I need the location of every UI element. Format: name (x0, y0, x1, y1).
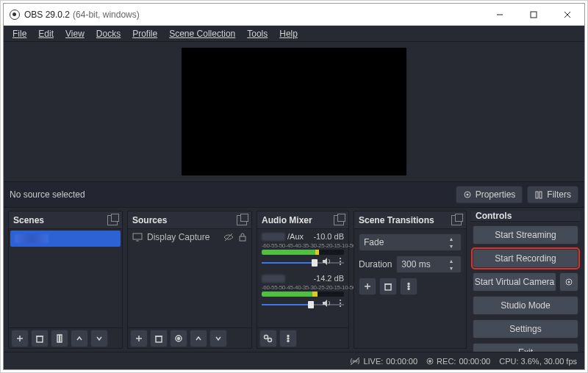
menu-view[interactable]: View (61, 28, 89, 40)
mixer-menu-button[interactable] (279, 330, 297, 347)
scene-move-up-button[interactable] (71, 330, 88, 347)
mixer-meter (262, 291, 344, 297)
visibility-off-icon[interactable] (223, 233, 234, 242)
source-properties-button[interactable] (170, 330, 187, 347)
svg-point-45 (568, 281, 570, 283)
source-toolbar: No source selected Properties Filters (4, 181, 584, 208)
svg-point-36 (287, 340, 289, 341)
preview-area (4, 42, 584, 181)
minimize-button[interactable] (483, 4, 517, 26)
close-button[interactable] (551, 4, 584, 26)
mixer-meter (262, 250, 344, 255)
cpu-status: CPU: 3.6%, 30.00 fps (499, 357, 577, 366)
svg-rect-12 (57, 335, 60, 342)
menu-file[interactable]: File (8, 28, 31, 40)
scene-add-button[interactable] (11, 330, 29, 347)
dock-panels: Scenes Sources Display (4, 208, 584, 352)
source-move-down-button[interactable] (209, 330, 227, 347)
mixer-volume-slider[interactable] (262, 300, 344, 310)
svg-rect-1 (531, 12, 537, 18)
maximize-button[interactable] (517, 4, 551, 26)
menu-help[interactable]: Help (275, 28, 302, 40)
dock-popout-icon[interactable] (334, 215, 344, 225)
scene-item-selected[interactable] (10, 231, 121, 247)
svg-point-29 (340, 300, 341, 301)
properties-label: Properties (476, 189, 516, 200)
window-title: OBS 29.0.2 (24, 10, 70, 20)
status-bar: LIVE: 00:00:00 REC: 00:00:00 CPU: 3.6%, … (4, 352, 584, 369)
mixer-track: -14.2 dB-60-55-50-45-40-35-30-25-20-15-1… (257, 271, 348, 313)
svg-point-23 (178, 337, 180, 339)
studio-mode-button[interactable]: Studio Mode (473, 296, 578, 315)
mixer-volume-slider[interactable] (262, 258, 344, 268)
source-move-up-button[interactable] (190, 330, 207, 347)
start-virtual-camera-button[interactable]: Start Virtual Camera (473, 272, 556, 291)
menu-docks[interactable]: Docks (92, 28, 125, 40)
record-icon (426, 358, 434, 365)
scene-remove-button[interactable] (31, 330, 49, 347)
mixer-scale: -60-55-50-45-40-35-30-25-20-15-10-50 (262, 284, 344, 291)
start-streaming-button[interactable]: Start Streaming (473, 225, 578, 245)
sources-title: Sources (132, 215, 167, 225)
svg-rect-14 (133, 233, 142, 239)
mixer-advanced-button[interactable] (259, 330, 277, 347)
source-remove-button[interactable] (150, 330, 168, 347)
svg-point-32 (265, 335, 268, 338)
svg-marker-28 (323, 300, 327, 307)
duration-label: Duration (359, 259, 392, 269)
svg-point-25 (340, 258, 341, 259)
speaker-icon[interactable] (322, 299, 332, 308)
svg-marker-24 (323, 258, 327, 265)
filters-icon (534, 190, 543, 199)
dock-popout-icon[interactable] (107, 215, 118, 225)
svg-point-27 (340, 264, 341, 265)
menu-bar: File Edit View Docks Profile Scene Colle… (4, 26, 584, 42)
scene-name-blurred (15, 234, 49, 243)
mixer-track-db: -14.2 dB (313, 274, 344, 283)
svg-rect-7 (539, 192, 542, 198)
svg-point-42 (408, 286, 409, 287)
scene-move-down-button[interactable] (90, 330, 108, 347)
preview-canvas[interactable] (182, 48, 406, 175)
source-item-label: Display Capture (147, 232, 209, 242)
track-menu-icon[interactable] (337, 257, 344, 266)
properties-button[interactable]: Properties (456, 186, 523, 203)
scenes-title: Scenes (13, 215, 44, 225)
scene-filter-button[interactable] (51, 330, 68, 347)
source-add-button[interactable] (130, 330, 148, 347)
dock-popout-icon[interactable] (237, 215, 247, 225)
menu-scene-collection[interactable]: Scene Collection (165, 28, 240, 40)
virtual-camera-settings-button[interactable] (559, 272, 578, 291)
transition-menu-button[interactable] (400, 278, 417, 295)
mixer-track-db: -10.0 dB (313, 232, 344, 241)
speaker-icon[interactable] (322, 257, 332, 266)
transition-add-button[interactable] (359, 278, 376, 295)
filters-button[interactable]: Filters (527, 186, 578, 203)
panel-scene-transitions: Scene Transitions Fade ▲▼ Duration 300 m… (354, 211, 467, 349)
settings-button[interactable]: Settings (473, 319, 578, 338)
transition-remove-button[interactable] (379, 278, 397, 295)
source-item[interactable]: Display Capture (128, 229, 251, 245)
svg-point-33 (268, 338, 272, 341)
track-menu-icon[interactable] (337, 299, 344, 308)
svg-rect-39 (385, 284, 391, 290)
dock-popout-icon[interactable] (451, 215, 462, 225)
lock-icon[interactable] (238, 233, 247, 242)
panel-audio-mixer: Audio Mixer /Aux-10.0 dB-60-55-50-45-40-… (257, 211, 349, 349)
menu-profile[interactable]: Profile (128, 28, 162, 40)
svg-point-41 (408, 283, 409, 285)
menu-tools[interactable]: Tools (243, 28, 272, 40)
live-label: LIVE: (363, 357, 383, 366)
panel-sources: Sources Display Capture (127, 211, 252, 349)
svg-rect-6 (536, 192, 538, 198)
source-selection-text: No source selected (10, 189, 451, 200)
svg-point-30 (340, 303, 341, 304)
transition-select[interactable]: Fade ▲▼ (359, 233, 462, 251)
mixer-scale: -60-55-50-45-40-35-30-25-20-15-10-50 (262, 242, 344, 249)
start-recording-button[interactable]: Start Recording (473, 249, 578, 268)
filters-label: Filters (547, 189, 571, 200)
title-bar: OBS 29.0.2 (64-bit, windows) (4, 4, 584, 26)
duration-input[interactable]: 300 ms ▲▼ (396, 256, 462, 273)
rec-time: 00:00:00 (459, 357, 490, 366)
menu-edit[interactable]: Edit (34, 28, 58, 40)
